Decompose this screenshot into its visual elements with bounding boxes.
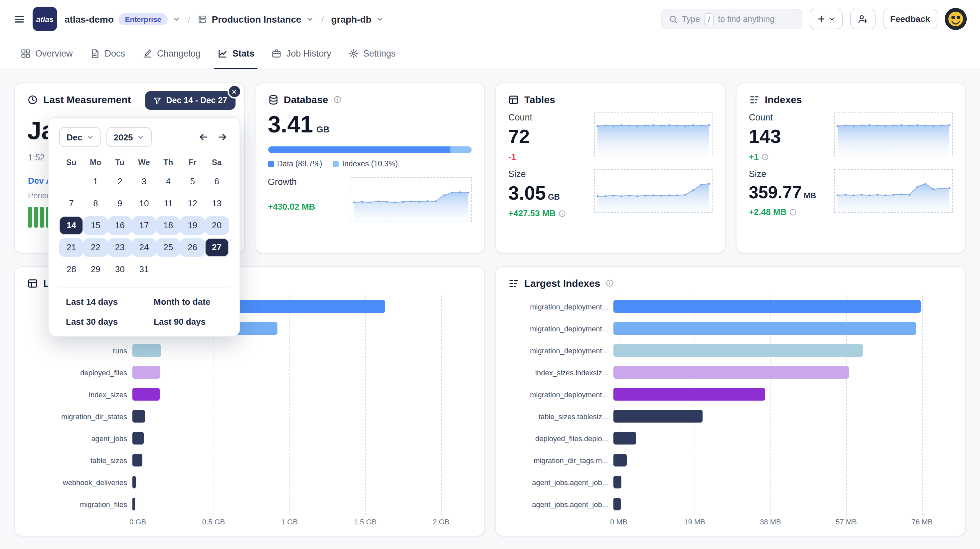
info-icon[interactable] xyxy=(762,153,770,161)
calendar-day[interactable]: 20 xyxy=(205,216,229,235)
calendar-day[interactable]: 21 xyxy=(59,238,83,257)
bar[interactable] xyxy=(132,366,160,379)
bar-row: migration_dir_states xyxy=(27,405,472,427)
tab-overview[interactable]: Overview xyxy=(13,38,80,68)
calendar-day[interactable]: 31 xyxy=(132,260,156,279)
bar[interactable] xyxy=(613,432,636,444)
plus-icon xyxy=(817,14,826,23)
user-avatar[interactable] xyxy=(945,8,967,30)
calendar-day[interactable]: 18 xyxy=(156,216,180,235)
tab-settings[interactable]: Settings xyxy=(341,38,403,68)
date-range-button[interactable]: Dec 14 - Dec 27 xyxy=(145,91,235,110)
quick-range-option[interactable]: Last 30 days xyxy=(66,317,154,327)
tab-bar: Overview Docs Changelog Stats Job Histor… xyxy=(0,38,980,69)
calendar-day[interactable]: 1 xyxy=(83,172,108,191)
smiley-avatar-icon xyxy=(945,8,967,30)
month-select[interactable]: Dec xyxy=(59,127,101,147)
calendar-day[interactable]: 6 xyxy=(205,172,229,191)
bar[interactable] xyxy=(132,388,159,401)
bar[interactable] xyxy=(613,454,627,466)
calendar-day[interactable]: 15 xyxy=(83,216,108,235)
database-name: graph-db xyxy=(331,14,371,24)
tab-docs[interactable]: Docs xyxy=(83,38,133,68)
calendar-day[interactable]: 2 xyxy=(108,172,132,191)
bar[interactable] xyxy=(613,410,703,423)
tab-label: Stats xyxy=(232,48,255,58)
calendar-day[interactable]: 22 xyxy=(83,238,108,257)
search-input[interactable]: Type / to find anything xyxy=(661,9,802,29)
bar[interactable] xyxy=(613,388,765,401)
bar[interactable] xyxy=(132,344,161,357)
bar[interactable] xyxy=(132,498,135,511)
calendar-day[interactable]: 19 xyxy=(180,216,205,235)
calendar-day[interactable]: 25 xyxy=(156,238,180,257)
bar[interactable] xyxy=(132,476,135,489)
prev-month-arrow-icon[interactable] xyxy=(197,130,210,144)
calendar-day[interactable]: 29 xyxy=(83,260,108,279)
bar-row: migration_deployment... xyxy=(508,383,953,405)
info-icon[interactable] xyxy=(333,95,342,104)
info-icon[interactable] xyxy=(558,209,566,217)
bar[interactable] xyxy=(132,432,143,444)
calendar-day[interactable]: 23 xyxy=(108,238,132,257)
bar[interactable] xyxy=(613,300,920,313)
calendar-day[interactable]: 11 xyxy=(156,194,180,213)
quick-range-option[interactable]: Last 14 days xyxy=(66,297,154,307)
info-icon[interactable] xyxy=(605,279,614,288)
calendar-day[interactable]: 14 xyxy=(59,216,83,235)
bar-row: table_sizes.tablesiz... xyxy=(508,405,953,427)
indexes-size-sparkline xyxy=(834,169,953,213)
calendar-day[interactable]: 28 xyxy=(59,260,83,279)
year-select[interactable]: 2025 xyxy=(107,127,152,147)
calendar-day[interactable]: 4 xyxy=(156,172,180,191)
hamburger-icon xyxy=(13,13,25,25)
card-title-text: Tables xyxy=(524,94,555,105)
calendar-day[interactable]: 5 xyxy=(180,172,205,191)
tab-stats[interactable]: Stats xyxy=(210,38,262,68)
bar[interactable] xyxy=(132,410,145,423)
bar[interactable] xyxy=(613,344,863,357)
quick-range-option[interactable]: Last 90 days xyxy=(154,317,229,327)
bar[interactable] xyxy=(132,454,142,466)
breadcrumb-org[interactable]: atlas-demo Enterprise xyxy=(65,13,181,25)
axis-tick-label: 0 MB xyxy=(610,518,627,526)
calendar-day[interactable]: 7 xyxy=(59,194,83,213)
bar[interactable] xyxy=(613,476,621,489)
calendar-day[interactable]: 10 xyxy=(132,194,156,213)
clear-date-range-icon[interactable] xyxy=(229,86,240,97)
calendar-day[interactable]: 26 xyxy=(180,238,205,257)
breadcrumb-database[interactable]: graph-db xyxy=(331,14,384,24)
calendar-day[interactable]: 30 xyxy=(108,260,132,279)
bar-label: runs xyxy=(27,346,132,354)
calendar-day[interactable]: 8 xyxy=(83,194,108,213)
create-button[interactable] xyxy=(810,9,843,29)
calendar-day[interactable]: 13 xyxy=(205,194,229,213)
calendar-day[interactable]: 27 xyxy=(205,238,229,257)
bar-row: table_sizes xyxy=(27,449,472,471)
month-value: Dec xyxy=(67,132,83,142)
indexes-card: Indexes Count 143 +1 Size 359.77MB +2.48… xyxy=(735,83,966,253)
info-icon[interactable] xyxy=(789,208,797,216)
menu-button[interactable] xyxy=(13,13,25,25)
bar-row: index_sizes.indexsiz... xyxy=(508,361,953,383)
feedback-button[interactable]: Feedback xyxy=(883,9,937,29)
calendar-day[interactable]: 24 xyxy=(132,238,156,257)
calendar-day[interactable]: 16 xyxy=(108,216,132,235)
next-month-arrow-icon[interactable] xyxy=(216,130,229,144)
calendar-day[interactable]: 3 xyxy=(132,172,156,191)
breadcrumb-instance[interactable]: Production Instance xyxy=(197,14,314,24)
chevron-down-icon xyxy=(376,15,384,23)
quick-range-option[interactable]: Month to date xyxy=(154,297,229,307)
axis-tick-label: 19 MB xyxy=(684,518,705,526)
tab-label: Settings xyxy=(363,48,396,58)
calendar-day[interactable]: 9 xyxy=(108,194,132,213)
bar[interactable] xyxy=(613,322,916,335)
bar[interactable] xyxy=(613,366,849,379)
calendar-day[interactable]: 12 xyxy=(180,194,205,213)
calendar-day[interactable]: 17 xyxy=(132,216,156,235)
atlas-logo[interactable]: atlas xyxy=(33,6,57,31)
invite-user-button[interactable] xyxy=(850,9,875,29)
tab-job-history[interactable]: Job History xyxy=(264,38,339,68)
bar[interactable] xyxy=(613,498,621,511)
tab-changelog[interactable]: Changelog xyxy=(135,38,208,68)
